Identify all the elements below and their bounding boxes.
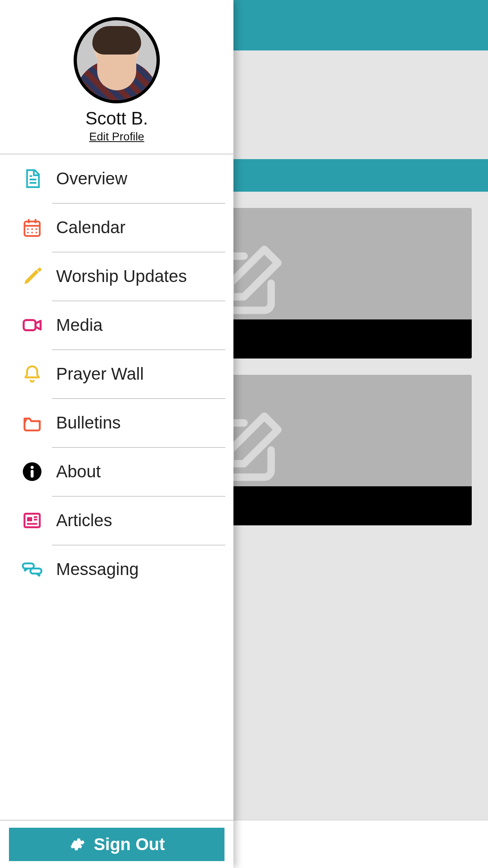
sidebar-item-label: Bulletins — [56, 413, 121, 433]
sidebar-item-calendar[interactable]: Calendar — [0, 203, 233, 252]
news-icon — [22, 510, 42, 531]
profile-name: Scott B. — [85, 108, 148, 129]
sidebar-item-messaging[interactable]: Messaging — [0, 545, 233, 594]
folder-icon — [22, 413, 42, 433]
info-icon — [22, 461, 42, 482]
sidebar-item-media[interactable]: Media — [0, 301, 233, 350]
gear-icon — [69, 836, 85, 853]
sidebar-item-label: Overview — [56, 169, 127, 188]
side-drawer: Scott B. Edit Profile OverviewCalendarWo… — [0, 0, 233, 868]
sidebar-item-bulletins[interactable]: Bulletins — [0, 398, 233, 447]
calendar-icon — [22, 217, 42, 238]
sidebar-item-label: Prayer Wall — [56, 364, 144, 384]
sidebar-item-label: About — [56, 462, 101, 481]
sign-out-label: Sign Out — [94, 835, 165, 854]
video-icon — [22, 315, 42, 335]
sidebar-item-label: Messaging — [56, 560, 139, 579]
profile-section: Scott B. Edit Profile — [0, 0, 233, 154]
sidebar-item-about[interactable]: About — [0, 447, 233, 496]
pencil-icon — [22, 266, 42, 286]
sidebar-item-label: Media — [56, 315, 102, 335]
avatar[interactable] — [74, 17, 160, 103]
sidebar-item-prayer-wall[interactable]: Prayer Wall — [0, 350, 233, 398]
drawer-footer: Sign Out — [0, 820, 233, 868]
drawer-menu: OverviewCalendarWorship UpdatesMediaPray… — [0, 154, 233, 820]
bell-icon — [22, 364, 42, 384]
chat-icon — [22, 559, 42, 579]
sidebar-item-worship-updates[interactable]: Worship Updates — [0, 252, 233, 301]
sidebar-item-overview[interactable]: Overview — [0, 154, 233, 203]
sidebar-item-label: Worship Updates — [56, 267, 187, 286]
document-icon — [22, 168, 42, 189]
edit-profile-link[interactable]: Edit Profile — [89, 130, 144, 143]
sidebar-item-label: Calendar — [56, 218, 125, 237]
sidebar-item-label: Articles — [56, 511, 112, 530]
sign-out-button[interactable]: Sign Out — [9, 828, 224, 861]
sidebar-item-articles[interactable]: Articles — [0, 496, 233, 545]
